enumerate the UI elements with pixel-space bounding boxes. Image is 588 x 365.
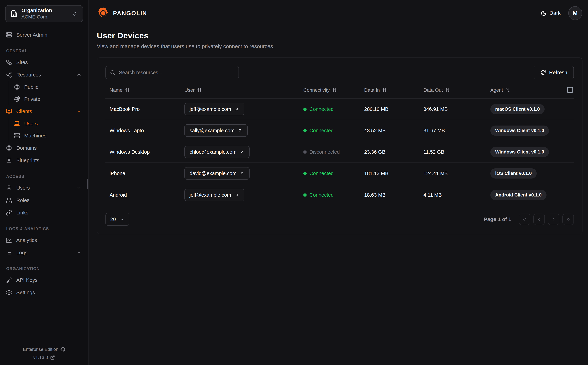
sites-icon	[6, 59, 12, 65]
next-page-button[interactable]	[548, 214, 559, 225]
sidebar-item-domains[interactable]: Domains	[5, 142, 84, 154]
external-link-icon	[50, 355, 55, 360]
sidebar-item-users[interactable]: Users	[5, 182, 84, 194]
user-link-button[interactable]: chloe@example.com	[184, 146, 250, 158]
device-name: iPhone	[105, 171, 180, 176]
resources-icon	[6, 72, 12, 78]
table-row: Windows Desktop chloe@example.com Discon…	[105, 141, 574, 163]
data-in: 23.36 GB	[360, 149, 419, 155]
refresh-button[interactable]: Refresh	[534, 66, 574, 79]
github-icon	[60, 347, 65, 352]
sidebar-item-client-users[interactable]: Users	[13, 118, 84, 130]
column-header-data-in[interactable]: Data In	[360, 87, 419, 93]
devices-panel: Refresh Name User Connectivity	[97, 57, 582, 234]
status-dot	[303, 108, 307, 111]
sidebar-item-blueprints[interactable]: Blueprints	[5, 154, 84, 167]
arrow-up-right-icon	[234, 107, 239, 112]
sidebar-item-resources[interactable]: Resources	[5, 69, 84, 81]
arrow-up-right-icon	[240, 149, 244, 154]
brand-name: PANGOLIN	[113, 10, 147, 17]
last-page-button[interactable]	[562, 214, 574, 225]
sort-icon	[445, 88, 450, 92]
theme-toggle-button[interactable]: Dark	[541, 10, 561, 16]
sidebar-item-machines[interactable]: Machines	[13, 130, 84, 142]
org-selector[interactable]: Organization ACME Corp.	[5, 5, 83, 22]
section-label-general: GENERAL	[5, 41, 84, 56]
sidebar-item-roles[interactable]: Roles	[5, 194, 84, 206]
resources-subgroup: Public Private	[9, 81, 84, 105]
device-name: MacBook Pro	[105, 106, 180, 112]
version-link[interactable]: v1.13.0	[33, 355, 55, 360]
app-root: Organization ACME Corp. Server Admin GEN…	[0, 0, 588, 365]
edition-link[interactable]: Enterprise Edition	[23, 347, 65, 352]
status-dot	[303, 172, 307, 175]
sidebar-item-server-admin[interactable]: Server Admin	[5, 29, 84, 41]
table-row: Windows Lapto sally@example.com Connecte…	[105, 120, 574, 141]
sidebar-item-api-keys[interactable]: API Keys	[5, 274, 84, 286]
sidebar-item-label: Users	[24, 121, 38, 126]
sidebar-item-label: Server Admin	[16, 32, 47, 38]
user-link-button[interactable]: david@example.com	[184, 167, 250, 180]
pagination: 20 Page 1 of 1	[105, 213, 574, 226]
column-header-connectivity[interactable]: Connectivity	[299, 87, 360, 93]
status-label: Connected	[309, 106, 334, 112]
server-icon	[6, 32, 12, 38]
monitor-up-icon	[6, 108, 12, 114]
users-icon	[6, 197, 12, 204]
data-out: 4.11 MB	[419, 192, 486, 198]
chevrons-left-icon	[522, 217, 527, 222]
topbar: PANGOLIN Dark M	[88, 0, 588, 26]
sidebar-item-label: Machines	[24, 133, 46, 139]
sidebar-item-label: Resources	[16, 72, 41, 78]
status-dot	[303, 150, 307, 154]
sidebar-item-clients[interactable]: Clients	[5, 105, 84, 118]
org-selector-label: Organization	[22, 7, 68, 14]
chevron-up-icon	[76, 109, 82, 114]
globe-icon	[14, 84, 20, 90]
sidebar-scrollbar[interactable]	[87, 179, 88, 189]
sidebar-item-sites[interactable]: Sites	[5, 56, 84, 69]
key-icon	[6, 277, 12, 283]
data-out: 124.41 MB	[419, 171, 486, 176]
previous-page-button[interactable]	[533, 214, 545, 225]
page-size-select[interactable]: 20	[105, 213, 129, 226]
agent-badge: macOS Client v0.1.0	[490, 104, 545, 114]
chart-line-icon	[6, 237, 12, 243]
data-in: 280.10 MB	[360, 106, 419, 112]
column-header-data-out[interactable]: Data Out	[419, 87, 486, 93]
column-header-user[interactable]: User	[180, 87, 299, 93]
data-out: 11.52 GB	[419, 149, 486, 155]
user-link-button[interactable]: sally@example.com	[184, 124, 248, 137]
sidebar-item-links[interactable]: Links	[5, 206, 84, 219]
org-selector-value: ACME Corp.	[22, 14, 68, 20]
columns-icon	[566, 86, 574, 93]
globe-icon	[6, 145, 12, 151]
sidebar-item-label: Roles	[16, 197, 29, 203]
status-label: Connected	[309, 128, 334, 133]
agent-badge: iOS Client v0.1.0	[490, 168, 537, 179]
user-link-button[interactable]: jeff@example.com	[184, 189, 244, 201]
column-header-agent[interactable]: Agent	[486, 87, 563, 93]
search-input[interactable]	[105, 66, 239, 79]
sidebar-item-label: Links	[16, 210, 28, 216]
sidebar-item-public[interactable]: Public	[13, 81, 84, 93]
column-header-name[interactable]: Name	[105, 87, 180, 93]
table-header-row: Name User Connectivity Data In	[105, 82, 574, 98]
first-page-button[interactable]	[519, 214, 530, 225]
sort-icon	[382, 88, 387, 92]
sidebar-item-logs[interactable]: Logs	[5, 246, 84, 259]
status-label: Connected	[309, 192, 334, 198]
column-visibility-button[interactable]	[566, 86, 574, 94]
brand[interactable]: PANGOLIN	[97, 7, 147, 20]
sidebar-item-settings[interactable]: Settings	[5, 286, 84, 299]
avatar[interactable]: M	[568, 6, 582, 20]
page-size-value: 20	[110, 217, 116, 222]
sidebar-item-private[interactable]: Private	[13, 93, 84, 105]
device-name: Android	[105, 192, 180, 198]
devices-table: Name User Connectivity Data In	[105, 82, 574, 206]
user-link-button[interactable]: jeff@example.com	[184, 103, 244, 115]
panel-toolbar: Refresh	[105, 66, 574, 79]
sidebar-item-analytics[interactable]: Analytics	[5, 234, 84, 246]
pangolin-logo-icon	[97, 7, 110, 20]
sidebar-item-label: Private	[24, 96, 40, 102]
